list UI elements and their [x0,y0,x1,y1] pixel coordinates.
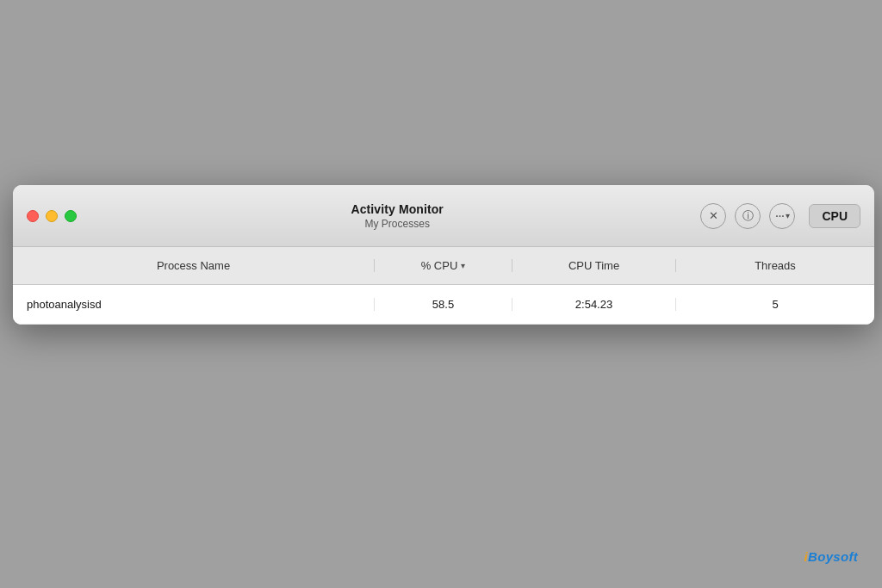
window-title-area: Activity Monitor My Processes [94,202,700,230]
cell-cpu-time: 2:54.23 [512,298,676,311]
table-header: Process Name % CPU ▾ CPU Time Threads [13,247,874,285]
info-icon: ⓘ [742,208,754,224]
iboysoft-suffix: Boysoft [808,549,858,564]
close-button[interactable] [27,210,39,222]
cpu-pct-label: % CPU [421,259,458,272]
column-header-cpu-time[interactable]: CPU Time [512,259,676,272]
window-title: Activity Monitor [351,202,444,216]
maximize-button[interactable] [65,210,77,222]
window-subtitle: My Processes [365,218,430,230]
close-icon-button[interactable]: ✕ [700,203,726,229]
iboysoft-watermark: iBoysoft [804,549,858,564]
column-header-process-name[interactable]: Process Name [13,259,375,272]
cell-cpu-pct: 58.5 [375,298,512,311]
table-row[interactable]: photoanalysisd 58.5 2:54.23 5 [13,285,874,325]
traffic-lights [27,210,77,222]
sort-arrow-icon: ▾ [461,261,465,270]
minimize-button[interactable] [46,210,58,222]
ellipsis-icon: ··· [775,208,784,224]
toolbar-right: ✕ ⓘ ··· ▾ CPU [700,203,860,229]
chevron-down-icon: ▾ [786,211,790,220]
column-header-cpu-pct[interactable]: % CPU ▾ [375,259,512,272]
info-button[interactable]: ⓘ [735,203,761,229]
column-header-threads[interactable]: Threads [676,259,874,272]
x-icon: ✕ [709,209,718,222]
titlebar: Activity Monitor My Processes ✕ ⓘ ··· ▾ … [13,185,874,247]
more-options-button[interactable]: ··· ▾ [769,203,795,229]
cell-process-name: photoanalysisd [13,298,375,311]
cell-threads: 5 [676,298,874,311]
cpu-tab-button[interactable]: CPU [809,204,860,228]
activity-monitor-window: Activity Monitor My Processes ✕ ⓘ ··· ▾ … [13,185,874,325]
